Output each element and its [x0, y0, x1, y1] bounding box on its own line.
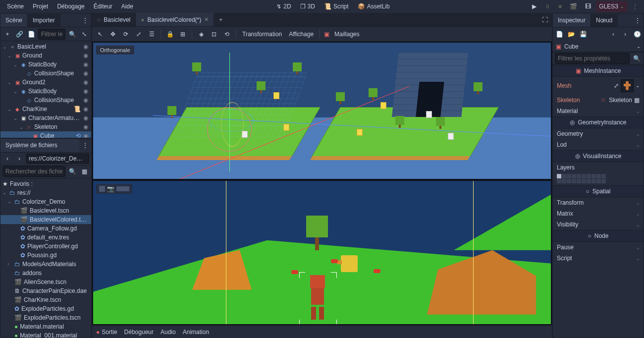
menu-display[interactable]: Affichage	[287, 31, 316, 38]
tab-import[interactable]: Importer	[28, 14, 60, 27]
visibility-icon[interactable]: ◉	[82, 61, 89, 68]
layer-bit[interactable]	[567, 174, 571, 178]
search-icon[interactable]: 🔍	[67, 29, 77, 39]
section-matrix[interactable]: Matrix	[553, 208, 644, 219]
prop-skeleton[interactable]: Skeleton ⛌Skeleton▦	[553, 95, 644, 106]
tab-node[interactable]: Nœud	[591, 14, 618, 27]
script-icon[interactable]: 📜	[73, 106, 81, 113]
fs-item[interactable]: ● Material_001.material	[0, 331, 91, 338]
visibility-icon[interactable]: ◉	[82, 43, 89, 50]
list-select-icon[interactable]: ☰	[147, 29, 157, 39]
history-back-icon[interactable]: ‹	[609, 30, 618, 39]
attach-script-icon[interactable]: 📄	[26, 29, 36, 39]
layer-bit[interactable]	[577, 179, 581, 183]
instance-icon[interactable]: 🔗	[14, 29, 24, 39]
expand-icon[interactable]: ⌄	[13, 115, 18, 121]
expand-icon[interactable]: ⌄	[19, 124, 24, 130]
search-icon[interactable]: 🔍	[67, 167, 77, 176]
fs-item[interactable]: 🗀 addons	[0, 269, 91, 278]
stop-icon[interactable]: ■	[555, 1, 565, 12]
layer-bit[interactable]	[582, 174, 586, 178]
history-fwd-icon[interactable]: ›	[621, 30, 630, 39]
layer-bit[interactable]	[562, 179, 566, 183]
fs-item[interactable]: ● Material.material	[0, 322, 91, 331]
fs-item[interactable]: 🎬 ExplodeParticles.tscn	[0, 313, 91, 322]
move-mode-icon[interactable]: ✥	[108, 29, 118, 39]
layer-bit[interactable]	[562, 174, 566, 178]
scene-node[interactable]: ⌄ ◉ StaticBody ◉	[0, 60, 91, 69]
settings-icon[interactable]: ⋮	[629, 1, 641, 12]
expand-icon[interactable]: ⤢	[614, 82, 619, 89]
scene-node[interactable]: ⌄ ○ BasicLevel ◉	[0, 42, 91, 51]
distraction-free-icon[interactable]: ⛶	[538, 16, 552, 23]
menu-project[interactable]: Projet	[29, 1, 52, 12]
panel-menu-icon[interactable]: ⋮	[632, 17, 644, 24]
expand-icon[interactable]: ⌄	[13, 89, 18, 94]
expand-icon[interactable]: ⌄	[7, 80, 12, 85]
scene-node[interactable]: ◇ CollisionShape ◉	[0, 96, 91, 105]
tab-filesystem[interactable]: Système de fichiers	[0, 139, 79, 152]
tab-scene[interactable]: Scène	[0, 14, 28, 27]
tab-debugger[interactable]: Débogueur	[124, 329, 154, 336]
layer-bit[interactable]	[572, 174, 576, 178]
snap-icon[interactable]: ⊡	[209, 29, 219, 39]
fs-item[interactable]: ✿ ExplodeParticles.gd	[0, 304, 91, 313]
viewport-orthogonal[interactable]: Orthogonale	[93, 43, 551, 179]
fs-item[interactable]: 🎬 CharKine.tscn	[0, 295, 91, 304]
scene-node[interactable]: ⌄ ▣ CharacterArmaturePai ◉	[0, 113, 91, 122]
fs-favorites[interactable]: ★Favoris :	[0, 179, 91, 188]
load-resource-icon[interactable]: 📂	[567, 30, 576, 39]
scene-node[interactable]: ⌄ ▣ Ground2 ◉	[0, 78, 91, 87]
tab-animation[interactable]: Animation	[183, 329, 209, 336]
section-geometry[interactable]: Geometry	[553, 128, 644, 139]
mesh-preview-icon[interactable]	[621, 79, 634, 92]
lock-icon[interactable]: 🔒	[165, 29, 175, 39]
reset-icon[interactable]: ⟲	[76, 132, 81, 138]
layer-bit[interactable]	[557, 179, 561, 183]
fs-item[interactable]: ⌄ 🗀 Colorizer_Demo	[0, 197, 91, 206]
menu-debug[interactable]: Débogage	[53, 1, 88, 12]
fs-item[interactable]: ✿ Poussin.gd	[0, 251, 91, 260]
new-resource-icon[interactable]: 📄	[555, 30, 564, 39]
camera-override-icon[interactable]: ⟲	[222, 29, 232, 39]
visibility-icon[interactable]: ◉	[82, 132, 89, 138]
layer-bit[interactable]	[577, 174, 581, 178]
assign-icon[interactable]: ▦	[634, 97, 640, 104]
section-transform[interactable]: Transform	[553, 197, 644, 208]
preview-toggle[interactable]: 📷	[96, 184, 132, 194]
inspector-filter-input[interactable]	[555, 53, 630, 64]
section-lod[interactable]: Lod	[553, 139, 644, 150]
fs-item[interactable]: ⌄ 🗀 res://	[0, 188, 91, 197]
panel-menu-icon[interactable]: ⋮	[79, 17, 91, 24]
menu-transformation[interactable]: Transformation	[240, 31, 284, 38]
section-script[interactable]: Script	[553, 253, 644, 264]
section-visibility[interactable]: Visibility	[553, 219, 644, 230]
section-pause[interactable]: Pause	[553, 242, 644, 253]
menu-meshes[interactable]: Maillages	[332, 31, 362, 38]
workspace-script[interactable]: 📜Script	[320, 1, 353, 12]
expand-icon[interactable]: ⌄	[2, 190, 7, 195]
visibility-icon[interactable]: ◉	[82, 123, 89, 130]
workspace-2d[interactable]: ↯2D	[272, 1, 295, 12]
workspace-3d[interactable]: ❒3D	[296, 1, 319, 12]
fs-item[interactable]: 🎬 AlienScene.tscn	[0, 278, 91, 286]
new-scene-icon[interactable]: +	[214, 16, 227, 23]
scene-filter-input[interactable]	[38, 29, 65, 40]
fs-item[interactable]: 🎬 Basiclevel.tscn	[0, 206, 91, 215]
expand-icon[interactable]: ⌄	[7, 107, 12, 112]
chevron-down-icon[interactable]: ⌄	[636, 83, 640, 88]
fs-tree[interactable]: ★Favoris : ⌄ 🗀 res://⌄ 🗀 Colorizer_Demo …	[0, 178, 91, 338]
expand-icon[interactable]: ⌄	[7, 199, 12, 204]
chevron-down-icon[interactable]: ⌄	[637, 44, 641, 49]
layer-bit[interactable]	[572, 179, 576, 183]
fs-item[interactable]: 🎬 BasiclevelColored.tscn	[0, 215, 91, 224]
visibility-icon[interactable]: ◉	[82, 97, 89, 104]
play-scene-icon[interactable]: 🎬	[567, 1, 580, 12]
menu-help[interactable]: Aide	[117, 1, 137, 12]
workspace-assetlib[interactable]: 📦AssetLib	[354, 1, 394, 12]
scene-tab[interactable]: ○ Basiclevel	[92, 13, 136, 26]
layer-bit[interactable]	[596, 179, 601, 183]
close-icon[interactable]: ✕	[204, 16, 209, 23]
layer-bit[interactable]	[601, 179, 606, 183]
layer-bit[interactable]	[567, 179, 571, 183]
